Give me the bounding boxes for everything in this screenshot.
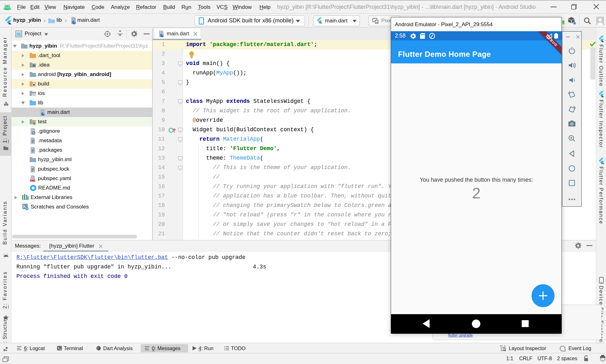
svg-text:YML: YML xyxy=(30,179,35,182)
